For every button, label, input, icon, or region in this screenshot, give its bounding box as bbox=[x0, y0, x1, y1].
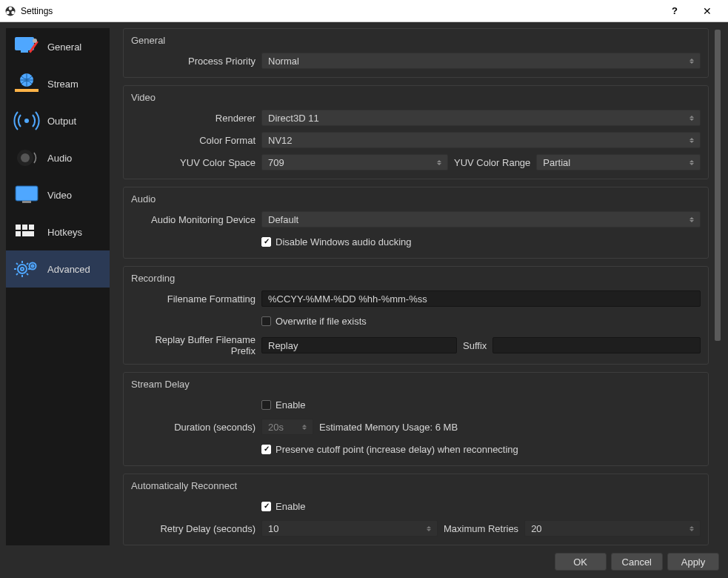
group-reconnect: Automatically Reconnect Enable Retry Del… bbox=[123, 474, 709, 545]
filename-formatting-input[interactable]: %CCYY-%MM-%DD %hh-%mm-%ss bbox=[261, 290, 701, 307]
keyboard-icon bbox=[12, 219, 41, 245]
checkbox-label: Enable bbox=[275, 399, 305, 411]
svg-point-10 bbox=[24, 119, 29, 123]
svg-rect-17 bbox=[22, 225, 27, 230]
sidebar-item-hotkeys[interactable]: Hotkeys bbox=[6, 213, 110, 250]
renderer-combo[interactable]: Direct3D 11 bbox=[261, 110, 701, 126]
group-audio: Audio Audio Monitoring Device Default Di… bbox=[123, 187, 709, 259]
speaker-icon bbox=[12, 145, 41, 170]
checkbox-label: Disable Windows audio ducking bbox=[275, 236, 412, 248]
group-title: Video bbox=[131, 92, 701, 103]
settings-content: General Process Priority Normal Video Re… bbox=[110, 28, 713, 545]
group-title: Stream Delay bbox=[131, 379, 701, 390]
colorformat-combo[interactable]: NV12 bbox=[261, 132, 701, 148]
svg-point-7 bbox=[33, 39, 37, 43]
suffix-label: Suffix bbox=[457, 340, 492, 351]
globe-stream-icon bbox=[12, 71, 41, 96]
max-retries-label: Maximum Retries bbox=[438, 523, 524, 534]
filename-formatting-label: Filename Formatting bbox=[131, 293, 261, 305]
replay-prefix-input[interactable]: Replay bbox=[261, 337, 457, 353]
sidebar-item-general[interactable]: General bbox=[6, 28, 110, 65]
sidebar-item-label: Output bbox=[47, 116, 76, 127]
scrollbar-thumb[interactable] bbox=[715, 30, 721, 341]
svg-line-32 bbox=[27, 263, 28, 265]
sidebar-item-label: Video bbox=[47, 190, 72, 201]
sidebar-item-label: Stream bbox=[47, 79, 79, 90]
group-general: General Process Priority Normal bbox=[123, 28, 709, 78]
replay-suffix-input[interactable] bbox=[492, 337, 701, 353]
retry-delay-spinner[interactable]: 10 bbox=[261, 520, 438, 537]
sidebar-item-advanced[interactable]: Advanced bbox=[6, 250, 110, 288]
svg-point-1 bbox=[9, 7, 12, 10]
sidebar-item-label: Advanced bbox=[47, 264, 90, 275]
duration-spinner[interactable]: 20s bbox=[261, 419, 313, 435]
yuv-range-combo[interactable]: Partial bbox=[536, 154, 701, 170]
group-video: Video Renderer Direct3D 11 Color Format … bbox=[123, 85, 709, 179]
svg-rect-15 bbox=[22, 201, 31, 203]
group-title: Recording bbox=[131, 273, 701, 284]
streamdelay-enable-checkbox[interactable]: Enable bbox=[261, 399, 305, 411]
sidebar-item-label: Audio bbox=[47, 153, 72, 164]
sidebar-item-output[interactable]: Output bbox=[6, 102, 110, 139]
svg-point-12 bbox=[21, 153, 30, 162]
window-title: Settings bbox=[21, 6, 658, 16]
svg-rect-4 bbox=[15, 37, 34, 50]
gears-icon bbox=[12, 256, 41, 282]
svg-rect-16 bbox=[16, 225, 21, 230]
sidebar-item-video[interactable]: Video bbox=[6, 176, 110, 213]
checkbox-label: Enable bbox=[275, 501, 305, 512]
reconnect-enable-checkbox[interactable]: Enable bbox=[261, 501, 305, 512]
replay-prefix-label: Replay Buffer Filename Prefix bbox=[131, 334, 261, 356]
monitoring-device-label: Audio Monitoring Device bbox=[131, 214, 261, 225]
ok-button[interactable]: OK bbox=[555, 553, 607, 571]
svg-rect-9 bbox=[15, 89, 39, 92]
sidebar-item-label: Hotkeys bbox=[47, 227, 82, 238]
sidebar-item-label: General bbox=[47, 41, 81, 53]
monitoring-device-combo[interactable]: Default bbox=[261, 211, 701, 227]
sidebar: General Stream Output Audio bbox=[6, 28, 110, 545]
group-title: Audio bbox=[131, 193, 701, 205]
yuv-space-combo[interactable]: 709 bbox=[261, 154, 448, 170]
renderer-label: Renderer bbox=[131, 113, 261, 124]
svg-rect-5 bbox=[21, 50, 28, 53]
yuv-range-label: YUV Color Range bbox=[448, 157, 536, 168]
svg-rect-18 bbox=[29, 225, 34, 230]
duration-label: Duration (seconds) bbox=[131, 422, 261, 433]
apply-button[interactable]: Apply bbox=[667, 553, 719, 571]
group-title: Automatically Reconnect bbox=[131, 480, 701, 491]
svg-point-21 bbox=[18, 265, 27, 273]
disable-ducking-checkbox[interactable]: Disable Windows audio ducking bbox=[261, 236, 412, 248]
cancel-button[interactable]: Cancel bbox=[611, 553, 663, 571]
memory-usage-label: Estimated Memory Usage: 6 MB bbox=[313, 422, 464, 433]
max-retries-spinner[interactable]: 20 bbox=[524, 520, 701, 537]
monitor-tools-icon bbox=[12, 34, 41, 59]
sidebar-item-stream[interactable]: Stream bbox=[6, 65, 110, 102]
close-button[interactable]: ✕ bbox=[691, 0, 724, 21]
yuv-space-label: YUV Color Space bbox=[131, 157, 261, 168]
retry-delay-label: Retry Delay (seconds) bbox=[131, 523, 261, 534]
svg-line-30 bbox=[27, 273, 28, 275]
group-title: General bbox=[131, 35, 701, 46]
colorformat-label: Color Format bbox=[131, 135, 261, 146]
sidebar-item-audio[interactable]: Audio bbox=[6, 139, 110, 176]
overwrite-checkbox[interactable]: Overwrite if file exists bbox=[261, 316, 367, 327]
app-icon bbox=[4, 5, 16, 17]
svg-rect-19 bbox=[16, 231, 21, 236]
titlebar: Settings ? ✕ bbox=[0, 0, 728, 22]
scrollbar[interactable] bbox=[713, 28, 722, 545]
svg-rect-13 bbox=[16, 186, 38, 201]
group-recording: Recording Filename Formatting %CCYY-%MM-… bbox=[123, 266, 709, 365]
monitor-icon bbox=[12, 182, 41, 207]
dialog-footer: OK Cancel Apply bbox=[0, 545, 728, 578]
svg-point-3 bbox=[11, 10, 14, 13]
preserve-cutoff-checkbox[interactable]: Preserve cutoff point (increase delay) w… bbox=[261, 444, 518, 455]
help-button[interactable]: ? bbox=[658, 0, 691, 21]
svg-line-29 bbox=[16, 263, 18, 265]
svg-line-31 bbox=[16, 273, 18, 275]
checkbox-label: Overwrite if file exists bbox=[275, 316, 367, 327]
process-priority-label: Process Priority bbox=[131, 56, 261, 67]
process-priority-combo[interactable]: Normal bbox=[261, 53, 701, 69]
checkbox-label: Preserve cutoff point (increase delay) w… bbox=[275, 444, 518, 455]
svg-point-24 bbox=[32, 265, 34, 268]
svg-point-2 bbox=[6, 10, 9, 13]
